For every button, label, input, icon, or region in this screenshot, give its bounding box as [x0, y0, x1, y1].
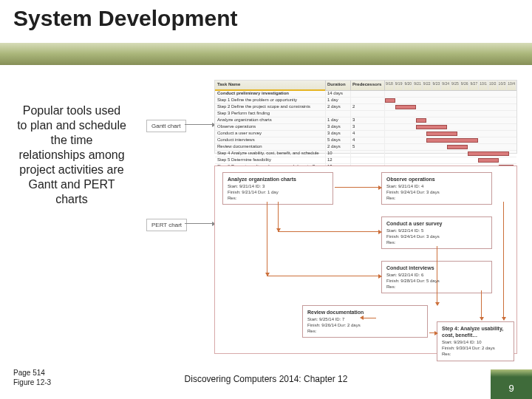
pert-node: Conduct a user surveyStart: 9/22/14 ID: … — [381, 216, 492, 249]
gantt-bar — [416, 118, 426, 123]
node-line: Start: 9/22/14 ID: 5 — [386, 228, 487, 234]
pert-arrow — [335, 187, 379, 188]
date-tick: 9/26 — [460, 81, 470, 90]
date-tick: 9/25 — [451, 81, 460, 90]
gantt-row: Review documentation2 days5 — [215, 144, 516, 151]
gantt-row: Step 4 Analyze usability, cost, benefit,… — [215, 151, 516, 157]
date-tick: 9/23 — [432, 81, 442, 90]
gantt-bar — [426, 132, 457, 136]
dur-cell: 1 day — [326, 98, 351, 103]
gantt-header: Task Name Duration Predecessors 9/189/19… — [215, 81, 516, 91]
figure-area: Gantt chart PERT chart Task Name Duratio… — [146, 78, 519, 355]
gantt-bar — [385, 98, 395, 103]
gantt-row: Step 5 Determine feasibility12 — [215, 157, 516, 164]
pred-cell: 3 — [351, 124, 385, 130]
dur-cell: 2 days — [326, 144, 351, 150]
pert-arrow — [278, 231, 379, 232]
pred-cell: 4 — [351, 137, 385, 143]
node-line: Res: — [307, 329, 423, 335]
task-cell: Conduct interviews — [215, 137, 326, 143]
col-predecessors: Predecessors — [351, 81, 385, 90]
cell — [351, 91, 385, 97]
node-line: Finish: 9/26/14 Dur: 2 days — [307, 323, 423, 329]
bar-area — [385, 111, 516, 117]
gantt-group-row: Conduct preliminary investigation 14 day… — [215, 91, 516, 98]
gantt-bar — [395, 105, 416, 109]
date-tick: 10/3 — [498, 81, 508, 90]
gantt-row: Step 2 Define the project scope and cons… — [215, 104, 516, 111]
gantt-row: Observe operations3 days3 — [215, 124, 516, 131]
pert-chart: Analyze organization chartsStart: 9/21/1… — [214, 166, 517, 354]
dur-cell: 10 — [326, 151, 351, 157]
gantt-row: Step 1 Define the problem or opportunity… — [215, 98, 516, 104]
task-cell: Step 1 Define the problem or opportunity — [215, 98, 326, 103]
pred-cell: 3 — [351, 117, 385, 123]
pred-cell: 4 — [351, 131, 385, 137]
arrow-icon — [185, 223, 213, 224]
task-cell: Step 4 Analyze usability, cost, benefit,… — [215, 151, 326, 157]
gantt-bar — [478, 158, 499, 163]
node-line: Finish: 9/30/14 Dur: 2 days — [442, 346, 509, 352]
gantt-row: Conduct interviews5 days4 — [215, 137, 516, 144]
bar-area — [385, 98, 516, 103]
col-duration: Duration — [326, 81, 351, 90]
date-tick: 9/20 — [403, 81, 413, 90]
pert-arrow — [278, 202, 279, 231]
arrow-icon — [185, 124, 213, 125]
date-tick: 9/24 — [441, 81, 451, 90]
task-cell: Step 2 Define the project scope and cons… — [215, 104, 326, 110]
gantt-row: Step 3 Perform fact finding — [215, 111, 516, 117]
pert-node: Observe operationsStart: 9/21/14 ID: 4Fi… — [381, 172, 492, 205]
pert-arrow — [267, 276, 379, 276]
task-cell: Observe operations — [215, 124, 326, 130]
node-line: Res: — [386, 240, 487, 246]
node-title: Review documentation — [307, 309, 423, 316]
node-line: Start: 9/29/14 ID: 10 — [442, 340, 509, 346]
node-line: Finish: 9/24/14 Dur: 3 days — [386, 234, 487, 240]
pert-arrow — [437, 246, 437, 305]
node-line: Finish: 9/21/14 Dur: 1 day — [228, 190, 328, 196]
node-title: Step 4: Analyze usability, cost, benefit… — [442, 325, 509, 338]
gantt-timescale: 9/189/199/209/219/229/239/249/259/269/27… — [385, 81, 516, 90]
dur-cell: 3 days — [326, 131, 351, 137]
gantt-bar — [468, 151, 509, 156]
date-tick: 9/22 — [423, 81, 432, 90]
gantt-group-dur: 14 days — [326, 91, 351, 97]
date-tick: 10/1 — [479, 81, 488, 90]
pred-cell: 2 — [351, 104, 385, 110]
node-line: Res: — [228, 196, 328, 202]
pred-cell — [351, 151, 385, 157]
node-title: Conduct a user survey — [386, 220, 487, 227]
date-tick: 10/4 — [507, 81, 516, 90]
gantt-row: Analyze organization charts1 day3 — [215, 117, 516, 124]
task-cell: Conduct a user survey — [215, 131, 326, 137]
title-block: System Development — [13, 6, 237, 31]
dur-cell: 3 days — [326, 124, 351, 130]
pert-chart-label: PERT chart — [146, 219, 187, 231]
pert-arrow — [503, 202, 504, 320]
task-cell: Step 5 Determine feasibility — [215, 157, 326, 163]
pert-arrow — [481, 290, 482, 320]
node-line: Finish: 9/24/14 Dur: 3 days — [386, 190, 487, 196]
bar-area — [385, 124, 516, 130]
bar-area — [385, 144, 516, 150]
gantt-group-name: Conduct preliminary investigation — [215, 91, 326, 97]
task-cell: Review documentation — [215, 144, 326, 150]
pert-node: Analyze organization chartsStart: 9/21/1… — [222, 172, 333, 205]
accent-bar — [0, 43, 532, 65]
node-title: Observe operations — [386, 176, 487, 183]
gantt-row: Conduct a user survey3 days4 — [215, 131, 516, 137]
task-cell: Analyze organization charts — [215, 117, 326, 123]
pred-cell — [351, 157, 385, 163]
dur-cell: 2 days — [326, 104, 351, 110]
footer-chapter: Discovering Computers 2014: Chapter 12 — [0, 374, 532, 384]
pert-node: Review documentationStart: 9/25/14 ID: 7… — [302, 305, 428, 338]
pred-cell: 5 — [351, 144, 385, 150]
pred-cell — [351, 111, 385, 117]
pert-arrow — [267, 202, 267, 276]
date-tick: 9/18 — [385, 81, 395, 90]
page-number-badge: 9 — [491, 377, 532, 399]
pred-cell — [351, 98, 385, 103]
date-tick: 9/21 — [413, 81, 423, 90]
bar-area — [385, 91, 516, 97]
